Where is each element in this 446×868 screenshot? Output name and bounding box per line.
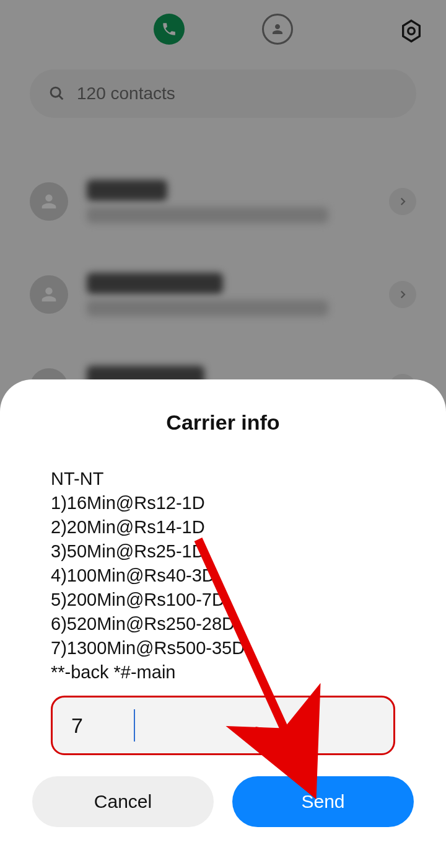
ussd-input-wrap — [51, 696, 395, 755]
dialog-title: Carrier info — [0, 410, 446, 435]
ussd-menu-text: NT-NT 1)16Min@Rs12-1D 2)20Min@Rs14-1D 3)… — [51, 467, 446, 684]
carrier-info-dialog: Carrier info NT-NT 1)16Min@Rs12-1D 2)20M… — [0, 379, 446, 868]
send-button[interactable]: Send — [232, 776, 414, 827]
text-cursor — [134, 709, 135, 742]
ussd-input[interactable] — [51, 696, 395, 755]
dialog-buttons: Cancel Send — [32, 776, 414, 827]
cancel-button[interactable]: Cancel — [32, 776, 214, 827]
